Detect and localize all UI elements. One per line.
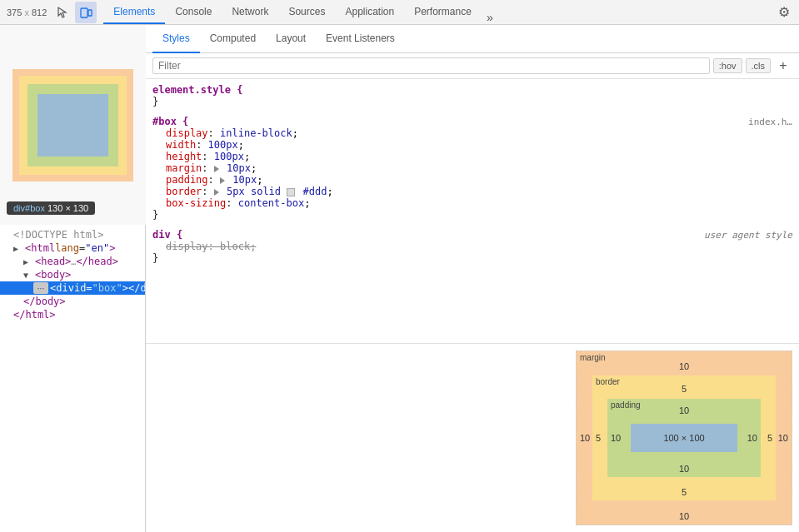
css-rule-box: #box { index.h… display: inline-block; w… <box>152 116 792 221</box>
toolbar-icons: 375 x 812 <box>3 2 97 23</box>
filter-bar: :hov .cls + <box>146 53 799 79</box>
expand-body-icon[interactable]: ▼ <box>23 271 35 280</box>
dom-tree: <!DOCTYPE html> ▶ <html lang="en" > ▶ <h… <box>0 225 145 532</box>
more-tabs-button[interactable]: » <box>482 11 498 24</box>
expand-html-icon[interactable]: ▶ <box>13 244 25 253</box>
tab-application[interactable]: Application <box>335 0 404 24</box>
inspect-element-button[interactable] <box>52 2 73 23</box>
expand-head-icon[interactable]: ▶ <box>23 257 35 266</box>
css-rule-element-style: element.style { } <box>152 84 792 107</box>
tab-console[interactable]: Console <box>165 0 222 24</box>
tab-event-listeners[interactable]: Event Listeners <box>316 25 405 53</box>
css-selector-div: div { <box>152 229 182 241</box>
tab-position: 375 x 812 <box>3 7 50 17</box>
margin-expand-icon[interactable] <box>214 166 219 172</box>
tab-layout[interactable]: Layout <box>266 25 316 53</box>
tab-network[interactable]: Network <box>222 0 278 24</box>
bm-padding-layer: padding 10 10 10 10 100 × 100 <box>607 399 761 477</box>
tooltip-element-name: div#box <box>13 203 45 213</box>
settings-button[interactable]: ⚙ <box>772 1 796 24</box>
devtools-toolbar: 375 x 812 Elements Console Network Sourc… <box>0 0 799 25</box>
element-preview: div#box 130 × 130 <box>0 25 146 225</box>
bm-padding-bottom[interactable]: 10 <box>679 464 689 474</box>
element-tooltip: div#box 130 × 130 <box>7 201 95 215</box>
add-style-rule-button[interactable]: + <box>774 57 792 75</box>
bm-margin-left[interactable]: 10 <box>580 433 590 443</box>
cursor-icon <box>56 6 69 19</box>
css-source-div: user agent style <box>704 230 792 241</box>
bm-border-top[interactable]: 5 <box>682 384 687 394</box>
css-selector-box: #box { <box>152 116 188 127</box>
bm-content-layer: 100 × 100 <box>631 424 737 452</box>
bm-margin-top[interactable]: 10 <box>679 361 689 371</box>
right-panel: Styles Computed Layout Event Listeners :… <box>146 25 799 532</box>
left-panel: div#box 130 × 130 <!DOCTYPE html> ▶ <htm… <box>0 25 146 532</box>
dom-line-html[interactable]: ▶ <html lang="en" > <box>0 241 145 255</box>
css-source-box: index.h… <box>748 117 792 127</box>
bm-padding-left[interactable]: 10 <box>611 433 621 443</box>
bm-border-label: border <box>596 377 620 386</box>
bm-padding-right[interactable]: 10 <box>747 433 757 443</box>
cls-button[interactable]: .cls <box>746 58 772 73</box>
tab-performance[interactable]: Performance <box>404 0 482 24</box>
bm-margin-label: margin <box>580 353 606 362</box>
tab-sources[interactable]: Sources <box>278 0 335 24</box>
bm-margin-right[interactable]: 10 <box>778 433 788 443</box>
svg-rect-0 <box>81 8 87 17</box>
border-expand-icon[interactable] <box>214 189 219 196</box>
preview-box <box>12 69 133 181</box>
bm-padding-label: padding <box>611 400 641 410</box>
bm-border-layer: border 5 5 5 5 padding 10 10 10 10 100 <box>592 375 776 500</box>
tooltip-element-size: 130 × 130 <box>47 203 88 213</box>
gear-icon: ⚙ <box>778 4 790 20</box>
preview-content-layer <box>37 94 108 157</box>
dom-line-body[interactable]: ▼ <body> <box>0 268 145 281</box>
css-rule-div-agent: div { user agent style display: block; } <box>152 229 792 264</box>
dom-line-body-close[interactable]: </body> <box>0 295 145 308</box>
tab-computed[interactable]: Computed <box>200 25 266 53</box>
tab-styles[interactable]: Styles <box>152 25 200 53</box>
device-icon <box>79 6 92 19</box>
dom-line-divbox[interactable]: ··· <div id = "box" ></div> == $0 <box>0 281 145 295</box>
dom-line-html-close[interactable]: </html> <box>0 308 145 321</box>
main-tab-bar: Elements Console Network Sources Applica… <box>103 0 497 24</box>
styles-tabbar: Styles Computed Layout Event Listeners <box>146 25 799 53</box>
border-color-swatch[interactable] <box>287 188 295 196</box>
device-mode-button[interactable] <box>75 2 97 23</box>
filter-input[interactable] <box>152 57 710 74</box>
tab-elements[interactable]: Elements <box>103 0 165 24</box>
dom-line-head[interactable]: ▶ <head> … </head> <box>0 255 145 268</box>
main-area: div#box 130 × 130 <!DOCTYPE html> ▶ <htm… <box>0 25 799 532</box>
bm-border-right[interactable]: 5 <box>767 433 772 443</box>
pseudo-class-button[interactable]: :hov <box>713 58 742 73</box>
bm-outer: margin 10 10 10 10 border 5 5 5 5 paddin… <box>576 351 792 525</box>
css-selector-element-style: element.style { <box>152 84 242 96</box>
dom-line-doctype[interactable]: <!DOCTYPE html> <box>0 228 145 241</box>
padding-expand-icon[interactable] <box>220 177 225 184</box>
bm-padding-top[interactable]: 10 <box>679 405 689 415</box>
box-model-diagram: margin 10 10 10 10 border 5 5 5 5 paddin… <box>146 343 799 532</box>
svg-rect-1 <box>88 10 92 16</box>
bm-content-size[interactable]: 100 × 100 <box>663 433 704 443</box>
bm-border-bottom[interactable]: 5 <box>682 487 687 497</box>
bm-border-left[interactable]: 5 <box>596 433 601 443</box>
bm-margin-bottom[interactable]: 10 <box>679 511 689 521</box>
inline-menu-button[interactable]: ··· <box>33 282 48 294</box>
css-rules-area: element.style { } #box { index.h… displa… <box>146 79 799 343</box>
